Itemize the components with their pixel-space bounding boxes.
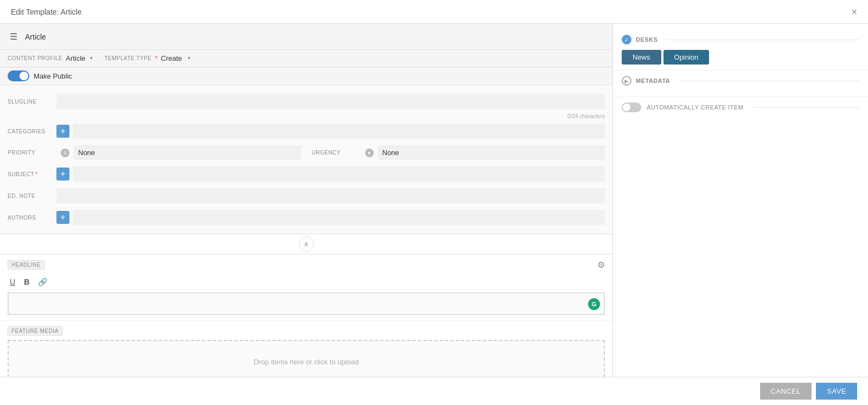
desk-buttons: News Opinion [622,50,859,65]
template-type-required: * [155,54,157,62]
auto-create-row: AUTOMATICALLY CREATE ITEM [613,97,868,118]
desk-news-button[interactable]: News [622,50,661,65]
headline-input[interactable] [8,293,604,314]
template-name-input[interactable] [25,33,605,41]
metadata-section: ▶ METADATA [613,70,868,97]
make-public-row: Make Public [0,67,612,85]
priority-icon: 0 [61,149,69,157]
desk-opinion-button[interactable]: Opinion [663,50,710,65]
template-type-label: TEMPLATE TYPE [104,55,151,61]
template-meta-row: CONTENT PROFILE Article TEMPLATE TYPE * … [0,50,612,67]
modal-header: Edit Template: Article × [0,0,868,24]
modal-title: Edit Template: Article [11,8,81,16]
headline-section-header: HEADLINE ⚙ [8,260,605,270]
headline-label: HEADLINE [8,260,44,269]
priority-urgency-row: PRIORITY 0 None URGENCY ● None [0,142,612,163]
feature-media-header: FEATURE MEDIA [8,326,605,336]
categories-input [73,124,605,139]
menu-icon-button[interactable]: ☰ [8,29,20,44]
char-count: 0/24 characters [0,112,612,120]
close-button[interactable]: × [851,7,857,17]
urgency-field: URGENCY ● None [312,145,605,160]
template-type-select-wrapper: Create Update [161,54,192,62]
right-panel: ✓ DESKS News Opinion ▶ METADATA [613,24,868,377]
collapse-section: ∧ [0,234,612,254]
urgency-label: URGENCY [312,150,361,156]
template-name-section: ☰ [0,24,612,50]
ed-note-label: ED. NOTE [8,193,56,199]
add-category-button[interactable]: + [56,125,69,138]
modal-body: ☰ CONTENT PROFILE Article TEMPLATE TYPE … [0,24,868,377]
underline-button[interactable]: U [8,277,17,287]
authors-row: AUTHORS + [0,207,612,228]
save-button[interactable]: SAVE [816,383,857,400]
urgency-icon: ● [365,149,374,157]
headline-wrapper: G [8,292,605,315]
metadata-title: METADATA [636,78,670,84]
auto-create-label: AUTOMATICALLY CREATE ITEM [647,104,743,111]
feature-media-section: FEATURE MEDIA Drop items here or click t… [0,321,612,377]
categories-label: CATEGORIES [8,128,56,134]
priority-field: PRIORITY 0 None [8,145,301,160]
auto-create-toggle[interactable] [622,102,641,112]
bold-button[interactable]: B [22,277,31,287]
left-panel: ☰ CONTENT PROFILE Article TEMPLATE TYPE … [0,24,613,377]
authors-label: AUTHORS [8,215,56,221]
desks-section: ✓ DESKS News Opinion [613,29,868,70]
add-author-button[interactable]: + [56,211,69,224]
subject-row: SUBJECT * + [0,163,612,185]
drop-zone-text: Drop items here or click to upload [254,358,359,366]
template-type-field: TEMPLATE TYPE * Create Update [104,54,191,62]
slugline-label: SLUGLINE [8,99,56,105]
headline-section: HEADLINE ⚙ U B 🔗 G [0,254,612,321]
collapse-button[interactable]: ∧ [299,236,314,252]
slugline-row: SLUGLINE [0,91,612,112]
form-section: SLUGLINE 0/24 characters CATEGORIES + PR… [0,85,612,234]
priority-select[interactable]: None [74,145,301,160]
content-profile-select-wrapper: Article [66,54,93,62]
grammarly-icon: G [588,298,600,310]
modal-footer: CANCEL SAVE [0,377,868,405]
slugline-input[interactable] [56,94,605,109]
make-public-label: Make Public [34,72,72,80]
desks-divider [666,40,859,40]
feature-media-label: FEATURE MEDIA [8,326,62,336]
auto-create-divider [753,107,859,108]
subject-label: SUBJECT * [8,171,56,177]
metadata-section-header: ▶ METADATA [622,76,859,86]
add-subject-button[interactable]: + [56,168,69,181]
categories-row: CATEGORIES + [0,120,612,142]
rich-toolbar: U B 🔗 [8,274,605,290]
metadata-divider [679,81,859,81]
template-type-select[interactable]: Create Update [161,54,192,62]
desks-section-header: ✓ DESKS [622,35,859,44]
metadata-arrow-icon: ▶ [622,76,631,86]
drop-zone[interactable]: Drop items here or click to upload [8,340,605,377]
cancel-button[interactable]: CANCEL [760,383,812,400]
desks-check-icon: ✓ [622,35,631,44]
ed-note-row: ED. NOTE [0,185,612,207]
priority-label: PRIORITY [8,150,56,156]
make-public-toggle[interactable] [8,70,29,81]
authors-input [73,210,605,225]
urgency-select[interactable]: None [378,145,605,160]
link-button[interactable]: 🔗 [36,277,49,287]
content-profile-field: CONTENT PROFILE Article [8,54,93,62]
subject-required: * [35,171,37,177]
ed-note-input[interactable] [56,188,605,203]
subject-input [73,166,605,182]
desks-title: DESKS [636,36,658,43]
content-profile-label: CONTENT PROFILE [8,55,62,61]
headline-gear-button[interactable]: ⚙ [597,260,605,270]
content-profile-select[interactable]: Article [66,54,93,62]
